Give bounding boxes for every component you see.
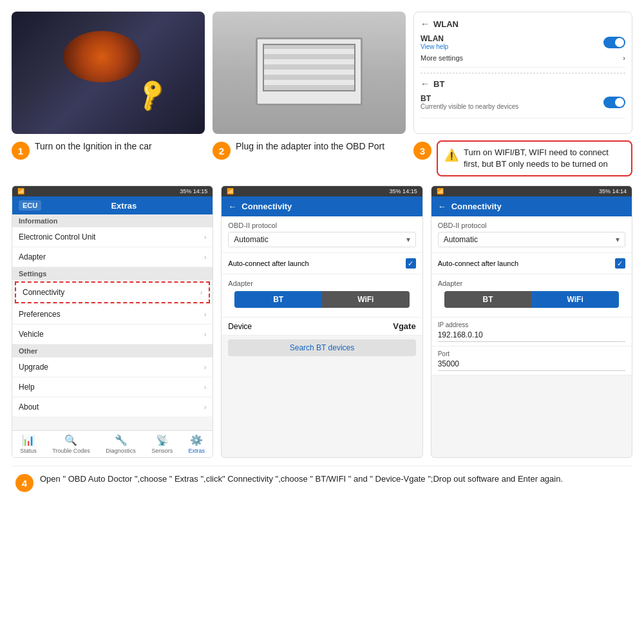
menu-item-connectivity[interactable]: Connectivity ›: [15, 281, 210, 303]
step1-text: Turn on the Ignition in the car: [35, 140, 152, 153]
screen1: 📶 35% 14:15 ECU Extras Information Elect…: [12, 185, 213, 458]
screen3-port-label: Port: [438, 350, 625, 357]
step3-circle: 3: [413, 142, 431, 160]
menu-item-adapter[interactable]: Adapter ›: [12, 247, 213, 267]
extras-nav-icon: ⚙️: [190, 434, 203, 446]
nav-status[interactable]: 📊 Status: [20, 434, 37, 454]
screen2-search-btn[interactable]: Search BT devices: [228, 339, 415, 356]
screen3-back[interactable]: ←: [438, 202, 446, 211]
screen3-ip-row: IP address 192.168.0.10: [431, 317, 632, 346]
bt-back-arrow[interactable]: ←: [421, 79, 430, 89]
screen3-ip-label: IP address: [438, 321, 625, 328]
screen2-search-label: Search: [290, 343, 316, 352]
bt-toggle[interactable]: [603, 97, 625, 108]
screen1-signal: 📶: [17, 188, 24, 194]
nav-extras[interactable]: ⚙️ Extras: [189, 434, 205, 454]
screen2-obd-section: OBD-II protocol Automatic ▾: [222, 216, 422, 253]
nav-trouble-label: Trouble Codes: [52, 448, 90, 454]
nav-diagnostics-label: Diagnostics: [106, 448, 136, 454]
screen2-device-label: Device: [228, 322, 252, 331]
trouble-nav-icon: 🔍: [64, 434, 77, 446]
screen1-settings-header: Settings: [12, 267, 213, 280]
bt-title: BT: [433, 79, 444, 89]
step3-item: 3 ⚠️ Turn on WIFI/BT, WIFI need to conne…: [413, 140, 632, 176]
screen2-adapter-label: Adapter: [228, 279, 415, 287]
menu-item-vehicle[interactable]: Vehicle ›: [12, 325, 213, 345]
screen2-bt-btn[interactable]: BT: [234, 291, 322, 308]
screen2-adapter-section: Adapter BT WiFi: [222, 274, 422, 317]
menu-item-preferences[interactable]: Preferences ›: [12, 305, 213, 325]
menu-item-ecu-arrow: ›: [204, 233, 207, 241]
car-ignition-image: [12, 12, 205, 134]
wlan-back-arrow[interactable]: ←: [421, 19, 430, 29]
screen2-obd-label: OBD-II protocol: [228, 222, 415, 229]
page-wrapper: ← WLAN WLAN View help More settings ›: [0, 0, 644, 644]
screen1-status: 35% 14:15: [180, 188, 207, 194]
screen2-autoconnect: Auto-connect after launch ✓: [222, 253, 422, 274]
menu-item-connectivity-label: Connectivity: [23, 288, 64, 297]
menu-item-vehicle-label: Vehicle: [19, 330, 44, 339]
nav-extras-label: Extras: [189, 448, 205, 454]
screen3-obd-section: OBD-II protocol Automatic ▾: [431, 216, 632, 253]
step4-circle: 4: [15, 474, 33, 492]
screen2-device-row: Device Vgate: [222, 317, 422, 336]
screen3-adapter-toggle: BT WiFi: [444, 291, 619, 308]
nav-sensors-label: Sensors: [151, 448, 173, 454]
screen3-autoconnect-checkbox[interactable]: ✓: [615, 258, 625, 269]
sensors-nav-icon: 📡: [156, 434, 169, 446]
screen1-ecu-label[interactable]: ECU: [19, 200, 41, 211]
screen2-wifi-btn[interactable]: WiFi: [322, 291, 410, 308]
step1-circle: 1: [12, 142, 30, 160]
screen2-back[interactable]: ←: [228, 202, 236, 211]
screen2-title: Connectivity: [242, 202, 292, 211]
menu-item-about-arrow: ›: [204, 403, 207, 411]
menu-item-ecu-label: Electronic Control Unit: [19, 232, 95, 242]
step1-item: 1 Turn on the Ignition in the car: [12, 140, 205, 160]
warning-icon: ⚠️: [444, 148, 459, 162]
step4-row: 4 Open " OBD Auto Doctor ",choose " Extr…: [12, 466, 632, 498]
screen3-header: ← Connectivity: [431, 196, 632, 216]
bt-label: BT: [421, 94, 518, 103]
nav-trouble[interactable]: 🔍 Trouble Codes: [52, 434, 90, 454]
screen2-status-bar: 📶 35% 14:15: [222, 186, 422, 196]
nav-sensors[interactable]: 📡 Sensors: [151, 434, 173, 454]
screen3-port-value[interactable]: 35000: [438, 359, 625, 371]
screen2-autoconnect-checkbox[interactable]: ✓: [406, 258, 416, 269]
screen3-obd-label: OBD-II protocol: [438, 222, 625, 229]
screen3-obd-dropdown: ▾: [616, 235, 620, 244]
menu-item-help-arrow: ›: [204, 383, 207, 391]
screen3-obd-val-text: Automatic: [444, 235, 478, 244]
screen2-header: ← Connectivity: [222, 196, 422, 216]
step2-item: 2 Plug in the adapter into the OBD Port: [213, 140, 406, 160]
menu-item-ecu[interactable]: Electronic Control Unit ›: [12, 227, 213, 247]
menu-item-adapter-label: Adapter: [19, 252, 46, 261]
menu-item-upgrade[interactable]: Upgrade ›: [12, 357, 213, 377]
more-settings-label[interactable]: More settings: [421, 54, 463, 62]
screen3: 📶 35% 14:14 ← Connectivity OBD-II protoc…: [431, 185, 632, 458]
screen3-status-bar: 📶 35% 14:14: [431, 186, 632, 196]
menu-item-vehicle-arrow: ›: [204, 330, 207, 338]
wlan-view-help[interactable]: View help: [421, 43, 448, 50]
diagnostics-nav-icon: 🔧: [115, 434, 128, 446]
wlan-label: WLAN: [421, 34, 448, 43]
top-images-row: ← WLAN WLAN View help More settings ›: [12, 12, 632, 134]
screen2-obd-val-text: Automatic: [234, 235, 268, 244]
screen2-obd-dropdown: ▾: [406, 235, 410, 244]
screen3-obd-value[interactable]: Automatic ▾: [438, 232, 625, 247]
screen3-wifi-btn[interactable]: WiFi: [531, 291, 619, 308]
screen3-autoconnect-label: Auto-connect after launch: [438, 260, 518, 267]
screen2-obd-value[interactable]: Automatic ▾: [228, 232, 415, 247]
wlan-toggle[interactable]: [603, 37, 625, 48]
screen3-bt-btn[interactable]: BT: [444, 291, 532, 308]
bt-subtitle: Currently visible to nearby devices: [421, 103, 518, 110]
screen3-ip-value[interactable]: 192.168.0.10: [438, 330, 625, 342]
menu-item-adapter-arrow: ›: [204, 253, 207, 261]
screenshots-row: 📶 35% 14:15 ECU Extras Information Elect…: [12, 185, 632, 458]
menu-item-about-label: About: [19, 402, 39, 412]
menu-item-help[interactable]: Help ›: [12, 377, 213, 397]
nav-diagnostics[interactable]: 🔧 Diagnostics: [106, 434, 136, 454]
screen3-signal: 📶: [437, 188, 444, 194]
menu-item-about[interactable]: About ›: [12, 397, 213, 417]
status-nav-icon: 📊: [22, 434, 35, 446]
screen1-header: ECU Extras: [12, 196, 213, 214]
